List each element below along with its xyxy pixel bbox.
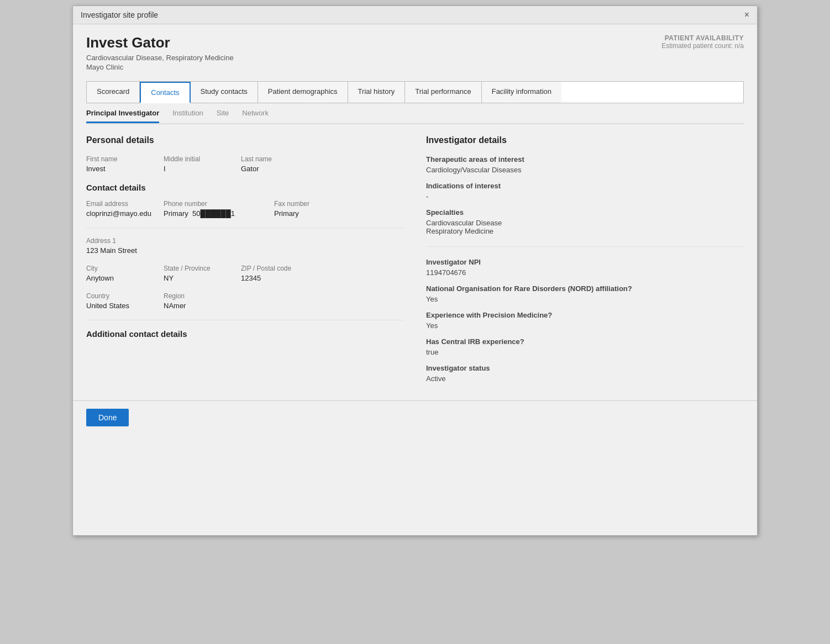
city-state-zip-row: City Anytown State / Province NY ZIP / P… <box>86 265 404 282</box>
investigator-site-profile-modal: Investigator site profile × Invest Gator… <box>72 6 758 536</box>
address1-group: Address 1 123 Main Street <box>86 237 252 255</box>
specialties-label: Specialties <box>426 208 744 217</box>
address1-row: Address 1 123 Main Street <box>86 237 404 255</box>
profile-info: Invest Gator Cardiovascular Disease, Res… <box>86 34 234 71</box>
profile-specialties: Cardiovascular Disease, Respiratory Medi… <box>86 54 234 62</box>
first-name-group: First name Invest <box>86 155 153 173</box>
status-label: Investigator status <box>426 364 744 372</box>
irb-label: Has Central IRB experience? <box>426 337 744 346</box>
tab-scorecard[interactable]: Scorecard <box>87 82 140 103</box>
left-column: Personal details First name Invest Middl… <box>86 135 404 390</box>
sub-tab-site[interactable]: Site <box>217 109 229 123</box>
tab-trial-history[interactable]: Trial history <box>348 82 406 103</box>
first-name-label: First name <box>86 155 153 163</box>
nord-label: National Organisation for Rare Disorders… <box>426 284 744 293</box>
phone-number: 50██████1 <box>192 209 235 218</box>
nord-value: Yes <box>426 295 744 303</box>
country-label: Country <box>86 292 153 300</box>
address1-label: Address 1 <box>86 237 252 245</box>
zip-group: ZIP / Postal code 12345 <box>241 265 307 282</box>
phone-type: Primary <box>164 209 188 218</box>
profile-institution: Mayo Clinic <box>86 63 234 71</box>
modal-title: Investigator site profile <box>81 10 158 19</box>
tab-patient-demographics[interactable]: Patient demographics <box>258 82 348 103</box>
contact-details-fields: Email address cloprinzi@mayo.edu Phone n… <box>86 200 404 218</box>
tab-trial-performance[interactable]: Trial performance <box>405 82 481 103</box>
profile-name: Invest Gator <box>86 34 234 51</box>
zip-label: ZIP / Postal code <box>241 265 307 272</box>
patient-availability-value: Estimated patient count: n/a <box>661 42 744 50</box>
sub-tab-principal-investigator[interactable]: Principal Investigator <box>86 109 159 123</box>
fax-group: Fax number Primary <box>274 200 340 218</box>
last-name-label: Last name <box>241 155 307 163</box>
profile-header: Invest Gator Cardiovascular Disease, Res… <box>86 34 744 71</box>
modal-header: Investigator site profile × <box>73 6 757 24</box>
contact-details-title: Contact details <box>86 183 404 192</box>
middle-initial-label: Middle initial <box>164 155 230 163</box>
fax-type: Primary <box>274 209 340 218</box>
therapeutic-areas-value: Cardiology/Vascular Diseases <box>426 166 744 174</box>
first-name-value: Invest <box>86 165 153 173</box>
phone-label: Phone number <box>164 200 263 208</box>
right-column: Investigator details Therapeutic areas o… <box>426 135 744 390</box>
patient-availability-label: PATIENT AVAILABILITY <box>661 34 744 42</box>
therapeutic-areas-label: Therapeutic areas of interest <box>426 155 744 163</box>
personal-details-title: Personal details <box>86 135 404 145</box>
city-label: City <box>86 265 153 272</box>
middle-initial-group: Middle initial I <box>164 155 230 173</box>
address1-value: 123 Main Street <box>86 246 252 255</box>
sub-tabs: Principal Investigator Institution Site … <box>86 103 744 124</box>
npi-label: Investigator NPI <box>426 258 744 266</box>
done-button[interactable]: Done <box>86 409 129 426</box>
content-area: Personal details First name Invest Middl… <box>86 135 744 390</box>
main-tabs: Scorecard Contacts Study contacts Patien… <box>86 81 744 103</box>
additional-contact-title: Additional contact details <box>86 329 404 339</box>
region-value: NAmer <box>164 302 230 310</box>
email-group: Email address cloprinzi@mayo.edu <box>86 200 153 218</box>
personal-details-fields: First name Invest Middle initial I Last … <box>86 155 404 173</box>
city-group: City Anytown <box>86 265 153 282</box>
fax-label: Fax number <box>274 200 340 208</box>
city-value: Anytown <box>86 274 153 282</box>
state-label: State / Province <box>164 265 230 272</box>
close-button[interactable]: × <box>744 10 749 19</box>
sub-tab-institution[interactable]: Institution <box>172 109 203 123</box>
country-region-row: Country United States Region NAmer <box>86 292 404 310</box>
specialties-value: Cardiovascular DiseaseRespiratory Medici… <box>426 219 744 235</box>
state-group: State / Province NY <box>164 265 230 282</box>
tab-facility-information[interactable]: Facility information <box>482 82 561 103</box>
zip-value: 12345 <box>241 274 307 282</box>
precision-value: Yes <box>426 321 744 330</box>
email-label: Email address <box>86 200 153 208</box>
region-group: Region NAmer <box>164 292 230 310</box>
phone-group: Phone number Primary 50██████1 <box>164 200 263 218</box>
irb-value: true <box>426 348 744 356</box>
state-value: NY <box>164 274 230 282</box>
modal-footer: Done <box>73 400 757 434</box>
tab-contacts[interactable]: Contacts <box>140 82 190 103</box>
patient-availability-section: PATIENT AVAILABILITY Estimated patient c… <box>661 34 744 50</box>
investigator-details-title: Investigator details <box>426 135 744 145</box>
sub-tab-network[interactable]: Network <box>242 109 269 123</box>
middle-initial-value: I <box>164 165 230 173</box>
country-group: Country United States <box>86 292 153 310</box>
last-name-value: Gator <box>241 165 307 173</box>
country-value: United States <box>86 302 153 310</box>
tab-study-contacts[interactable]: Study contacts <box>191 82 258 103</box>
status-value: Active <box>426 374 744 383</box>
indications-value: - <box>426 192 744 200</box>
precision-label: Experience with Precision Medicine? <box>426 311 744 319</box>
region-label: Region <box>164 292 230 300</box>
last-name-group: Last name Gator <box>241 155 307 173</box>
npi-value: 1194704676 <box>426 268 744 277</box>
modal-body: Invest Gator Cardiovascular Disease, Res… <box>73 24 757 400</box>
indications-label: Indications of interest <box>426 182 744 190</box>
email-value: cloprinzi@mayo.edu <box>86 209 153 218</box>
phone-value: Primary 50██████1 <box>164 209 263 218</box>
